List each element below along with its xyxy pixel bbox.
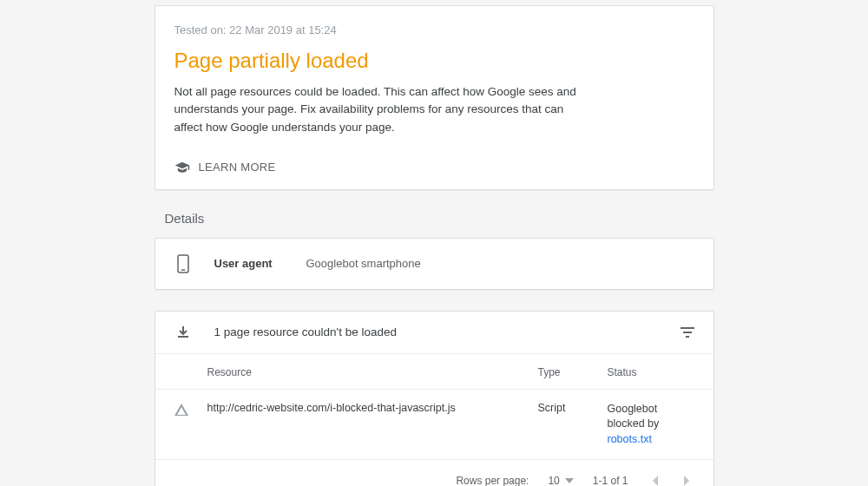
svg-rect-6	[181, 409, 182, 412]
status-prefix: Googlebot blocked by	[608, 403, 660, 430]
prev-page-button[interactable]	[648, 472, 661, 486]
resources-header-text: 1 page resource couldn't be loaded	[214, 325, 658, 338]
rows-per-page-label: Rows per page:	[456, 475, 529, 486]
svg-rect-7	[181, 412, 182, 414]
user-agent-value: Googlebot smartphone	[306, 257, 421, 270]
robots-txt-link[interactable]: robots.txt	[608, 433, 652, 445]
status-description: Not all page resources could be loaded. …	[174, 83, 591, 136]
pagination-range: 1-1 of 1	[593, 475, 628, 486]
status-title: Page partially loaded	[174, 49, 694, 73]
next-page-button[interactable]	[681, 472, 694, 486]
svg-rect-3	[681, 327, 694, 329]
rows-per-page-select[interactable]: 10	[548, 475, 573, 486]
column-type: Type	[538, 366, 608, 378]
column-resource: Resource	[207, 366, 538, 378]
details-section-title: Details	[165, 211, 714, 226]
svg-rect-2	[178, 336, 188, 338]
resource-type: Script	[538, 402, 608, 414]
resource-status: Googlebot blocked by robots.txt	[608, 402, 694, 448]
tested-on-text: Tested on: 22 Mar 2019 at 15:24	[174, 23, 694, 36]
filter-button[interactable]	[681, 327, 694, 338]
user-agent-card: User agent Googlebot smartphone	[155, 238, 714, 290]
column-status: Status	[608, 366, 694, 378]
resources-card: 1 page resource couldn't be loaded Resou…	[155, 311, 714, 486]
download-icon	[174, 325, 192, 339]
smartphone-icon	[174, 254, 192, 273]
status-card: Tested on: 22 Mar 2019 at 15:24 Page par…	[155, 5, 714, 190]
svg-rect-4	[683, 332, 692, 333]
graduation-cap-icon	[174, 161, 190, 173]
dropdown-icon	[565, 478, 574, 483]
warning-icon	[174, 402, 207, 416]
learn-more-label: LEARN MORE	[199, 161, 276, 174]
pagination: Rows per page: 10 1-1 of 1	[155, 460, 713, 486]
user-agent-label: User agent	[214, 257, 284, 270]
resource-url: http://cedric-website.com/i-blocked-that…	[207, 402, 538, 414]
rows-per-page-value: 10	[548, 475, 559, 486]
svg-rect-5	[686, 336, 689, 338]
learn-more-link[interactable]: LEARN MORE	[174, 161, 694, 174]
table-header: Resource Type Status	[155, 354, 713, 390]
table-row[interactable]: http://cedric-website.com/i-blocked-that…	[155, 390, 713, 461]
